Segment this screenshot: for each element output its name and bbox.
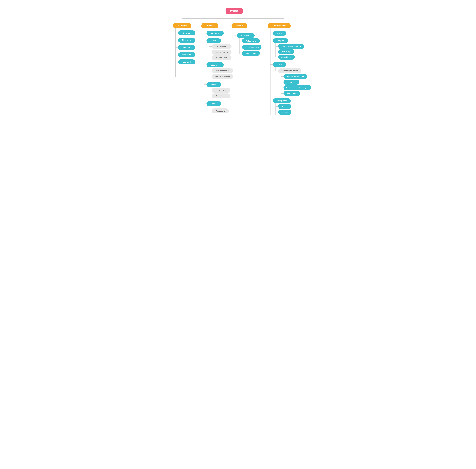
svg-text:My account: My account [241, 35, 250, 37]
svg-text:Company card: Company card [181, 54, 192, 56]
svg-text:Add/edit form: Add/edit form [216, 95, 226, 97]
svg-text:General: General [282, 106, 288, 108]
svg-text:Update avatar: Update avatar [245, 52, 256, 54]
svg-text:Add/edit task list: Add/edit task list [215, 51, 228, 53]
svg-text:Project: Project [206, 25, 213, 27]
root-label: Project [230, 10, 238, 12]
svg-text:Permissions: Permissions [216, 110, 225, 112]
svg-text:Tasks: Tasks [211, 40, 216, 42]
svg-text:People: People [211, 103, 217, 105]
svg-text:Configuration: Configuration [276, 100, 287, 102]
svg-text:Update owner company info: Update owner company info [281, 46, 301, 48]
svg-text:Update profile: Update profile [245, 40, 256, 42]
svg-text:Add/edit client company: Add/edit client company [287, 76, 304, 78]
svg-text:Change password: Change password [245, 46, 259, 48]
svg-text:My tasks: My tasks [183, 47, 190, 49]
svg-text:Administration: Administration [272, 25, 286, 27]
svg-text:Milestones: Milestones [211, 64, 219, 66]
svg-text:Index: Index [277, 32, 282, 34]
svg-text:User card: User card [183, 61, 190, 63]
svg-text:Account: Account [235, 25, 243, 27]
svg-text:Mailing: Mailing [282, 112, 288, 113]
svg-text:Update logo: Update logo [281, 51, 291, 53]
svg-text:Clients: Clients [277, 64, 282, 66]
svg-text:Submit form: Submit form [216, 89, 226, 91]
dashboard-label: Dashboard [177, 25, 187, 27]
svg-text:Task list details: Task list details [216, 46, 227, 48]
diagram-container: Project Dashboard Overview My projects M… [0, 0, 476, 137]
svg-text:Company: Company [277, 40, 284, 42]
svg-text:Overview: Overview [183, 32, 190, 34]
svg-text:Add/edit user: Add/edit user [281, 56, 291, 58]
svg-text:Add/edit milestones: Add/edit milestones [215, 76, 230, 78]
diagram-svg: Project Dashboard Overview My projects M… [163, 4, 313, 133]
svg-text:Add/edit user: Add/edit user [287, 93, 297, 95]
svg-text:Milestones details: Milestones details [216, 70, 229, 72]
svg-text:Overview: Overview [211, 32, 219, 34]
svg-text:Update permissions (per compan: Update permissions (per company) [286, 87, 309, 89]
svg-text:My projects: My projects [182, 39, 191, 41]
svg-text:Forms: Forms [211, 84, 216, 86]
svg-text:Client company details: Client company details [281, 70, 298, 72]
svg-text:Reorder tasks: Reorder tasks [216, 57, 227, 59]
svg-text:Update logo: Update logo [287, 81, 296, 83]
